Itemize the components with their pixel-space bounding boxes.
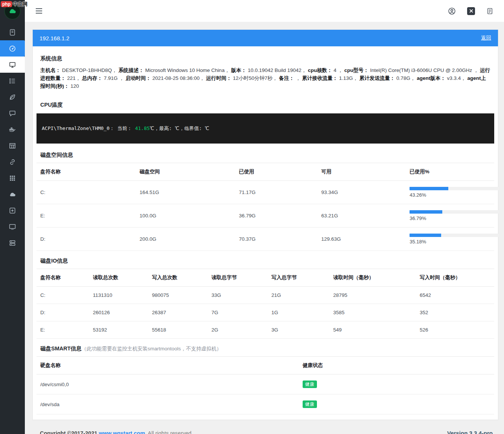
disk-usage-progress [410,234,499,237]
plus-square-icon [9,207,16,214]
sidebar-item-docker[interactable] [0,121,25,138]
journal-icon [9,29,16,36]
panel-header: 192.168.1.2 返回 [33,30,498,46]
sidebar-item-leaf[interactable] [0,89,25,105]
docker-icon [9,126,16,133]
php-badge: php [1,1,12,7]
smart-heading-title: 磁盘SMART信息 [40,345,82,351]
copyright-text: Copyright ©2017-2021 www.wgstart.com. Al… [40,430,193,434]
cpu-temp-value: 41.85 [135,125,150,131]
table-header-row: 硬盘名称 健康状态 [37,357,494,374]
main-area: 192.168.1.2 返回 系统信息 主机名： DESKTOP-1BHHD8Q… [25,0,504,434]
app-root: 192.168.1.2 返回 系统信息 主机名： DESKTOP-1BHHD8Q… [0,0,504,434]
leaf-icon [9,93,16,101]
health-status-badge: 健康 [303,400,317,408]
disk-space-heading: 磁盘空间信息 [37,145,494,163]
disk-usage-percent: 35.18% [410,239,490,245]
thermal-zone-label: ACPI\ThermalZone\THM0_0： [42,125,114,131]
table-row: E: 53192 55618 2G 3G 549 526 [37,321,494,339]
footer: Copyright ©2017-2021 www.wgstart.com. Al… [32,420,498,434]
task-list-icon [9,77,16,85]
disk-space-table: 盘符名称 磁盘空间 已使用 可用 已使用% C: 164.51G [37,163,494,251]
user-icon[interactable] [448,7,456,15]
watermark-text: 中文网 [13,1,27,8]
panel-body: 系统信息 主机名： DESKTOP-1BHHD8Q， 系统描述： Microso… [33,46,498,420]
screen-icon [9,223,16,231]
host-ip-title: 192.168.1.2 [40,35,69,41]
monitor-icon [9,61,16,69]
smart-table: 硬盘名称 健康状态 /dev/csmi0,0 健康 /dev/sda [37,356,494,414]
chat-bubble-icon [9,110,16,117]
sidebar-item-dashboard[interactable] [0,40,25,57]
hamburger-menu-icon[interactable] [35,8,43,14]
log-icon[interactable] [486,7,493,15]
cloud-logo-icon [8,7,17,16]
close-icon[interactable] [467,7,475,15]
back-link[interactable]: 返回 [481,35,491,41]
table-row: /dev/sda 健康 [37,394,494,414]
sidebar-item-link[interactable] [0,154,25,170]
cpu-temp-console: ACPI\ThermalZone\THM0_0： 当前： 41.85℃，最高: … [37,113,494,144]
sidebar-item-screen[interactable] [0,219,25,235]
disk-usage-percent: 43.26% [410,192,490,198]
sidebar-item-server[interactable] [0,235,25,251]
sidebar-item-message[interactable] [0,105,25,121]
wgstart-link[interactable]: www.wgstart.com. [99,430,147,434]
table-row: E: 100.0G 36.79G 63.21G 36.79% [37,204,494,228]
sidebar-item-host-monitor[interactable] [0,57,25,73]
disk-usage-progress [410,187,499,190]
disk-usage-percent: 36.79% [410,215,490,221]
version-label: Version 3.3.4-pro [447,430,493,434]
smart-heading: 磁盘SMART信息（此功能需要在监控主机安装smartmontools，不支持虚… [37,339,494,356]
sidebar-item-journal[interactable] [0,24,25,40]
table-header-row: 盘符名称 磁盘空间 已使用 可用 已使用% [37,163,494,181]
sidebar-item-cloud[interactable] [0,186,25,202]
server-stack-icon [9,239,16,247]
sidebar-item-tasks[interactable] [0,73,25,89]
dashboard-icon [9,45,16,52]
health-status-badge: 健康 [303,381,317,388]
table-row: D: 200.0G 70.37G 129.63G 35.18% [37,228,494,251]
table-header-row: 盘符名称 读取总次数 写入总次数 读取总字节 写入总字节 读取时间（毫秒） 写入… [37,269,494,287]
disk-io-table: 盘符名称 读取总次数 写入总次数 读取总字节 写入总字节 读取时间（毫秒） 写入… [37,269,494,339]
sidebar-item-add[interactable] [0,202,25,219]
sidebar [0,0,25,434]
close-box [467,7,475,15]
sidebar-item-apps[interactable] [0,170,25,186]
cpu-temp-heading: CPU温度 [37,95,494,113]
table-row: D: 260126 26387 7G 1G 3585 352 [37,304,494,321]
cloud-icon [9,191,16,198]
table-row: C: 1131310 980075 33G 21G 28795 6542 [37,287,494,304]
disk-usage-progress [410,210,499,214]
smart-heading-note: （此功能需要在监控主机安装smartmontools，不支持虚拟机） [82,346,222,351]
table-row: C: 164.51G 71.17G 93.34G 43.26% [37,181,494,204]
content: 192.168.1.2 返回 系统信息 主机名： DESKTOP-1BHHD8Q… [25,22,504,434]
sidebar-item-table[interactable] [0,138,25,154]
system-info-text: 主机名： DESKTOP-1BHHD8Q， 系统描述： Microsoft Wi… [37,66,494,95]
topbar [25,0,504,22]
table-row: /dev/csmi0,0 健康 [37,374,494,394]
link-icon [9,158,16,166]
grid-icon [9,174,16,182]
host-detail-panel: 192.168.1.2 返回 系统信息 主机名： DESKTOP-1BHHD8Q… [32,29,498,420]
system-info-heading: 系统信息 [37,49,494,66]
site-watermark: php 中文网 [1,1,27,8]
disk-io-heading: 磁盘IO信息 [37,251,494,269]
table-icon [9,142,16,150]
